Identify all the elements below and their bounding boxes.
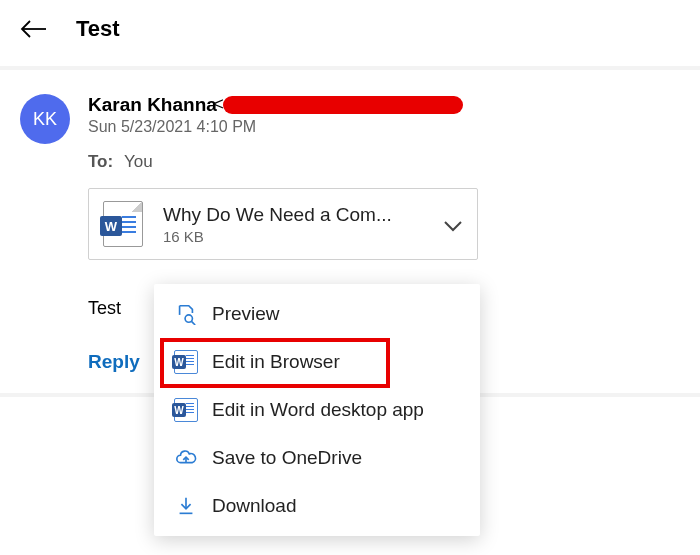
message-header-bar: Test [0, 0, 700, 66]
dropdown-edit-browser[interactable]: W Edit in Browser [154, 338, 480, 386]
attachment-size: 16 KB [163, 228, 423, 245]
back-icon[interactable] [20, 19, 48, 39]
email-header: KK Karan Khanna Sun 5/23/2021 4:10 PM [20, 94, 680, 144]
download-icon [174, 494, 198, 518]
word-icon: W [174, 398, 198, 422]
dropdown-label: Preview [212, 303, 280, 325]
avatar[interactable]: KK [20, 94, 70, 144]
svg-point-1 [185, 315, 192, 322]
sent-date: Sun 5/23/2021 4:10 PM [88, 118, 680, 136]
attachment-dropdown: Preview W Edit in Browser W Edit in Word… [154, 284, 480, 536]
sender-name: Karan Khanna [88, 94, 217, 116]
dropdown-preview[interactable]: Preview [154, 290, 480, 338]
dropdown-label: Edit in Browser [212, 351, 340, 373]
dropdown-download[interactable]: Download [154, 482, 480, 530]
attachment-name: Why Do We Need a Com... [163, 204, 423, 226]
attachment-card[interactable]: W Why Do We Need a Com... 16 KB [88, 188, 478, 260]
word-document-icon: W [103, 201, 143, 247]
onedrive-icon [174, 446, 198, 470]
svg-line-2 [192, 321, 196, 325]
page-title: Test [76, 16, 120, 42]
word-icon: W [174, 350, 198, 374]
chevron-down-icon[interactable] [443, 218, 463, 230]
sender-line: Karan Khanna [88, 94, 680, 116]
attachment-info: Why Do We Need a Com... 16 KB [163, 204, 423, 245]
sender-email-redacted [223, 96, 463, 114]
dropdown-label: Download [212, 495, 297, 517]
dropdown-label: Edit in Word desktop app [212, 399, 424, 421]
to-line: To: You [88, 152, 680, 172]
dropdown-label: Save to OneDrive [212, 447, 362, 469]
to-label: To: [88, 152, 113, 171]
sender-info: Karan Khanna Sun 5/23/2021 4:10 PM [88, 94, 680, 144]
to-value: You [124, 152, 153, 171]
dropdown-save-onedrive[interactable]: Save to OneDrive [154, 434, 480, 482]
dropdown-edit-desktop[interactable]: W Edit in Word desktop app [154, 386, 480, 434]
preview-icon [174, 302, 198, 326]
